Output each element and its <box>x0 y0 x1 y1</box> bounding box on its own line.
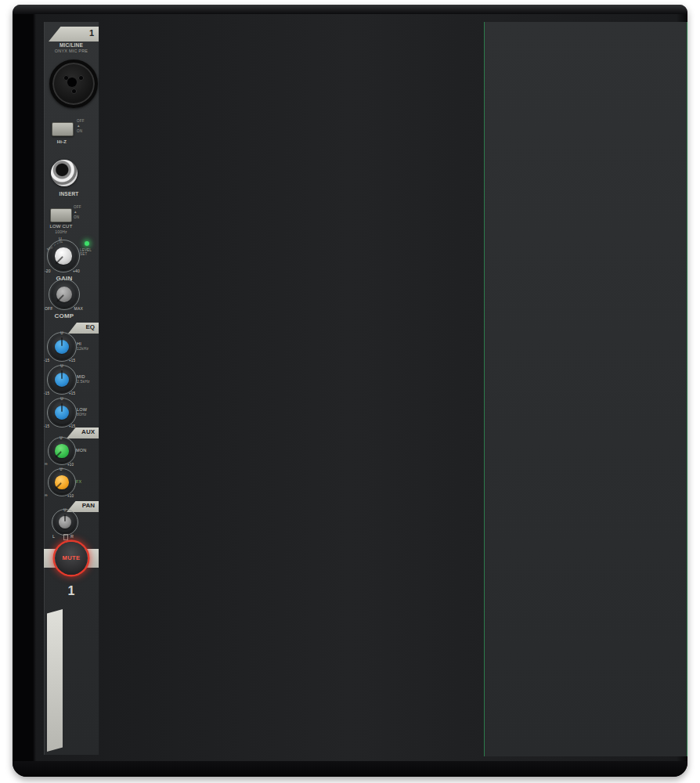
aux-inf-label: ∞ <box>45 462 56 467</box>
fader-scale-plate <box>47 609 63 752</box>
eq-max-label: +15 <box>69 359 81 363</box>
combo-xlr-input <box>49 60 98 108</box>
channel-number-label: 1 <box>44 584 99 598</box>
comp-off-label: OFF <box>45 307 57 312</box>
mixer-chassis: 1MIC/LINEONYX MIC PREOFF▲ONHi-ZINSERTOFF… <box>13 5 687 777</box>
preamp-name-label: ONYX MIC PRE <box>44 49 99 53</box>
eq-low-knob[interactable] <box>50 401 74 424</box>
xlr-pin <box>78 75 84 81</box>
eq-min-label: -15 <box>44 359 56 363</box>
pan-left-label: L <box>52 534 59 539</box>
switch-mark-off: OFF <box>77 119 89 123</box>
knob-pointer <box>55 482 62 489</box>
switch-arrow-icon: ▲ <box>74 210 86 214</box>
eq-min-label: -15 <box>44 424 56 428</box>
eq-mid-knob[interactable] <box>50 368 74 392</box>
channel-strip-1: 1MIC/LINEONYX MIC PREOFF▲ONHi-ZINSERTOFF… <box>44 22 99 755</box>
comp-max-label: MAX <box>70 307 83 312</box>
master-section <box>484 22 687 756</box>
knob-pointer <box>61 337 63 346</box>
knob-pointer <box>56 294 64 302</box>
level-set-led <box>85 241 89 246</box>
pan-center-mark <box>63 534 68 540</box>
low-cut-switch[interactable] <box>50 208 72 222</box>
knob-pointer <box>61 370 63 379</box>
knob-pointer <box>55 451 62 458</box>
preamp-type-label: MIC/LINE <box>44 42 99 48</box>
eq-max-label: +15 <box>69 392 81 395</box>
switch-mark-on: ON <box>77 129 89 133</box>
knob-pointer <box>64 514 66 522</box>
insert-jack <box>51 160 78 186</box>
pan-knob[interactable] <box>55 512 75 532</box>
aux-plus10-label: +10 <box>67 494 81 498</box>
gain-max-label: +40 <box>67 269 80 274</box>
channel-strips: 1MIC/LINEONYX MIC PREOFF▲ONHi-ZINSERTOFF… <box>13 5 484 777</box>
level-set-label-2: SET <box>80 252 96 256</box>
hiz-label: Hi-Z <box>44 139 80 145</box>
eq-mid-freq-label: 2.5kHz <box>77 380 97 384</box>
aux-plus10-label: +10 <box>67 463 81 467</box>
mute-button[interactable]: MUTE <box>55 542 88 575</box>
comp-knob[interactable] <box>52 282 77 307</box>
aux-mon-knob[interactable] <box>51 440 73 462</box>
combo-trs-hole <box>67 78 77 87</box>
eq-min-label: -15 <box>44 392 56 395</box>
switch-arrow-icon: ▲ <box>77 124 89 128</box>
aux-mon-label: MON <box>76 448 96 453</box>
gain-knob[interactable] <box>50 243 77 269</box>
aux-inf-label: ∞ <box>45 493 56 498</box>
insert-label: INSERT <box>44 191 94 197</box>
hiz-switch[interactable] <box>52 122 74 136</box>
gain-min-label: -20 <box>45 269 57 274</box>
pan-right-label: R <box>70 534 77 539</box>
eq-hi-knob[interactable] <box>50 335 74 359</box>
xlr-pin <box>71 88 77 94</box>
switch-mark-on: ON <box>74 215 86 219</box>
switch-mark-off: OFF <box>74 205 86 209</box>
channel-number-tab: 1 <box>49 27 99 41</box>
knob-pointer <box>61 403 63 412</box>
eq-hi-freq-label: 12kHz <box>77 347 97 352</box>
comp-label: COMP <box>44 313 85 320</box>
knob-pointer <box>56 256 64 265</box>
eq-low-freq-label: 80Hz <box>77 413 97 417</box>
aux-fx-label: FX <box>76 479 96 484</box>
low-cut-label: LOW CUT <box>44 224 78 229</box>
aux-fx-knob[interactable] <box>51 471 73 493</box>
